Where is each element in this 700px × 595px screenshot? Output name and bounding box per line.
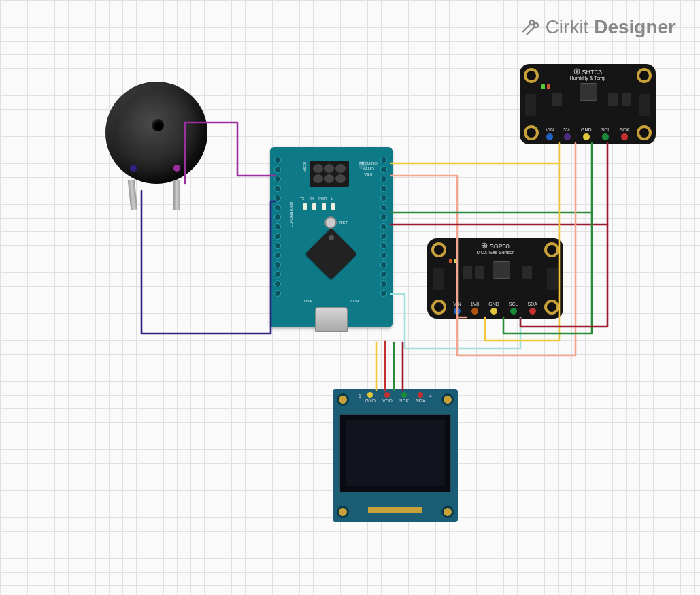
pin-A0[interactable] [274,185,281,192]
reset-label: RST [339,221,348,225]
pin-GND[interactable]: GND [365,392,376,403]
pin-D9[interactable] [380,185,387,192]
pin-A7[interactable] [274,252,281,259]
pin-A3[interactable] [274,214,281,221]
pin-3V3[interactable] [274,166,281,173]
brand-label: ARDUINO.CC [289,202,293,227]
pin-1V8[interactable]: 1V8 [471,302,479,315]
pin-SDA[interactable]: SDA [620,127,629,140]
buzzer-body [105,82,207,184]
pin-D11[interactable] [380,166,387,173]
pin-VIN[interactable] [274,290,281,297]
status-leds [303,203,335,210]
pin-row-left[interactable] [274,157,282,297]
pin-D8[interactable] [380,195,387,202]
stemma-right[interactable] [639,94,650,116]
led-labels: TX RX PWR L [300,197,333,201]
shtc3-pins[interactable]: VIN3VoGNDSCLSDA [520,127,656,140]
stemma-left[interactable] [525,94,536,116]
pin-D12[interactable] [380,157,387,163]
pin-D4[interactable] [380,233,387,240]
logo-text-a: Cirkit [546,16,595,37]
oled-screen [339,414,451,492]
sgp30-title: SGP30 MOX Gas Sensor [427,238,563,255]
stemma-left[interactable] [433,268,444,290]
pin-A6[interactable] [274,242,281,249]
pin-VIN[interactable]: VIN [546,127,554,140]
pin-3Vo[interactable]: 3Vo [563,127,571,140]
pin-RST[interactable] [274,271,281,278]
pin-A2[interactable] [274,204,281,211]
pin-RST[interactable] [380,271,387,278]
pin-VDD[interactable]: VDD [382,392,393,403]
stemma-right[interactable] [547,268,558,290]
pin-D13[interactable] [274,157,281,163]
sgp30-board[interactable]: SGP30 MOX Gas Sensor VIN1V8GNDSCLSDA [427,238,563,319]
pin-GND[interactable]: GND [581,127,592,140]
pin-D2[interactable] [380,252,387,259]
pin-D10[interactable] [380,176,387,182]
buzzer-component[interactable] [105,82,207,184]
arduino-nano[interactable]: ICSP 1 ARDUINO NANO V3.0 ARDUINO.CC TX R… [270,147,393,327]
pin-D3[interactable] [380,242,387,249]
icsp-label: ICSP [303,162,307,172]
pin-SDA[interactable]: SDA [416,392,425,403]
year-label: 2009 [350,299,359,303]
sgp30-pins[interactable]: VIN1V8GNDSCLSDA [427,302,563,315]
svg-point-3 [534,23,538,27]
reset-button[interactable] [324,216,337,229]
pin-REF[interactable] [274,176,281,182]
svg-point-2 [530,20,534,25]
sgp30-chip-icon [493,261,510,279]
pin-row-right[interactable] [380,157,388,297]
pin-SDA[interactable]: SDA [527,302,537,315]
logo-text-b: Designer [594,16,676,37]
pin-RX0[interactable] [380,280,387,287]
oled-module[interactable]: 1 4 GNDVDDSCKSDA [333,389,458,522]
logo-icon [520,17,540,37]
pin-SCK[interactable]: SCK [399,392,409,403]
pin-GND[interactable]: GND [488,302,499,315]
pin-TX1[interactable] [380,290,387,297]
pin-D6[interactable] [380,214,387,221]
shtc3-title: SHTC3 Humidity & Temp [520,64,656,80]
pin-5V[interactable] [274,261,281,268]
pin-A5[interactable] [274,233,281,240]
pin-SCL[interactable]: SCL [601,127,611,140]
pin-A4[interactable] [274,223,281,230]
board-title: ARDUINO NANO V3.0 [359,161,378,177]
mcu-chip [305,228,357,280]
oled-pins[interactable]: GNDVDDSCKSDA [333,392,458,403]
pin-D7[interactable] [380,204,387,211]
app-logo: Cirkit Designer [520,16,676,38]
shtc3-board[interactable]: SHTC3 Humidity & Temp VIN3VoGNDSCLSDA [520,64,656,144]
pin-GND[interactable] [380,261,387,268]
pin-SCL[interactable]: SCL [509,302,518,315]
pin-VIN[interactable]: VIN [453,302,461,315]
buzzer-pin-pos[interactable] [173,165,180,172]
usb-port[interactable] [315,307,348,332]
origin-label: USA [304,299,312,303]
pin-A1[interactable] [274,195,281,202]
pin-D5[interactable] [380,223,387,230]
pin-GND[interactable] [274,280,281,287]
icsp-header[interactable] [310,161,349,187]
buzzer-pin-neg[interactable] [130,165,137,172]
shtc3-chip-icon [580,83,597,101]
